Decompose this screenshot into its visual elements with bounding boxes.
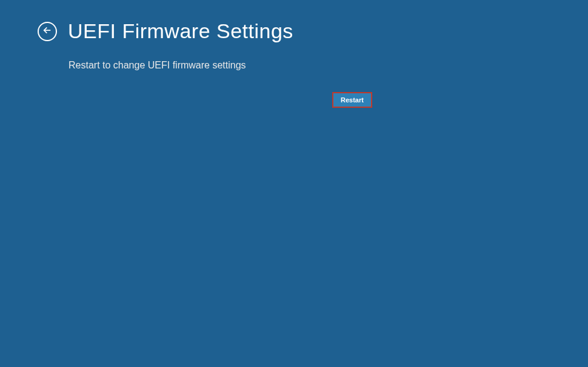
page-title: UEFI Firmware Settings <box>68 19 293 43</box>
back-button[interactable] <box>38 22 57 41</box>
page-description: Restart to change UEFI firmware settings <box>0 43 588 71</box>
back-arrow-icon <box>42 25 52 38</box>
page-header: UEFI Firmware Settings <box>0 0 588 43</box>
restart-button[interactable]: Restart <box>332 92 372 108</box>
